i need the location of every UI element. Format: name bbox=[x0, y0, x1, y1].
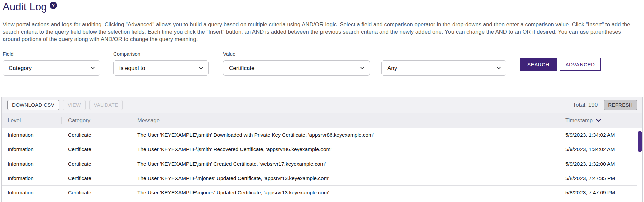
any-select-wrap: Any bbox=[381, 60, 506, 76]
column-separator bbox=[559, 117, 559, 124]
cell-category: Certificate bbox=[61, 132, 132, 138]
column-header-label: Timestamp bbox=[565, 117, 593, 124]
page-title: Audit Log bbox=[3, 1, 47, 13]
cell-message: The User 'KEYEXAMPLE\jsmith' Created Cer… bbox=[132, 161, 559, 167]
cell-timestamp: 5/9/2023, 1:34:02 AM bbox=[559, 146, 637, 153]
value-select[interactable]: Certificate bbox=[223, 60, 370, 76]
total-count: Total: 190 bbox=[573, 102, 598, 108]
column-separator bbox=[637, 117, 637, 124]
cell-level: Information bbox=[2, 132, 61, 138]
column-header-category[interactable]: Category bbox=[61, 113, 132, 128]
cell-category: Certificate bbox=[61, 190, 132, 196]
column-header-label: Message bbox=[137, 117, 160, 124]
any-select[interactable]: Any bbox=[381, 60, 506, 76]
help-icon[interactable]: ? bbox=[50, 2, 57, 9]
column-header-label: Level bbox=[8, 117, 21, 124]
column-header-timestamp[interactable]: Timestamp bbox=[559, 113, 637, 128]
table-row[interactable]: Information Certificate The User 'KEYEXA… bbox=[2, 142, 637, 157]
view-button[interactable]: VIEW bbox=[63, 100, 86, 110]
cell-category: Certificate bbox=[61, 146, 132, 153]
advanced-button[interactable]: ADVANCED bbox=[560, 58, 601, 71]
download-csv-button[interactable]: DOWNLOAD CSV bbox=[7, 100, 59, 110]
field-select[interactable]: Category bbox=[3, 60, 100, 76]
grid-toolbar: DOWNLOAD CSV VIEW VALIDATE Total: 190 RE… bbox=[2, 97, 642, 113]
cell-category: Certificate bbox=[61, 175, 132, 181]
field-group: Field Category bbox=[3, 51, 100, 76]
comparison-label: Comparison bbox=[113, 51, 209, 57]
field-label: Field bbox=[3, 51, 100, 57]
comparison-select[interactable]: is equal to bbox=[113, 60, 209, 76]
table-row[interactable]: Information Certificate The User 'KEYEXA… bbox=[2, 128, 637, 142]
cell-timestamp: 5/8/2023, 7:47:35 PM bbox=[559, 175, 637, 181]
page-description: View portal actions and logs for auditin… bbox=[3, 21, 638, 43]
vertical-scrollbar-track[interactable] bbox=[637, 128, 642, 202]
table-header-row: Level Category Message Timestamp bbox=[2, 113, 642, 128]
cell-message: The User 'KEYEXAMPLE\jsmith' Downloaded … bbox=[132, 132, 559, 138]
field-select-wrap: Category bbox=[3, 60, 100, 76]
value-select-wrap: Certificate bbox=[223, 60, 370, 76]
cell-level: Information bbox=[2, 146, 61, 153]
comparison-group: Comparison is equal to bbox=[113, 51, 209, 76]
cell-message: The User 'KEYEXAMPLE\mjones' Updated Cer… bbox=[132, 190, 559, 196]
search-button[interactable]: SEARCH bbox=[520, 58, 557, 71]
audit-log-page: Audit Log ? View portal actions and logs… bbox=[0, 0, 644, 202]
table-row[interactable]: Information Certificate The User 'KEYEXA… bbox=[2, 157, 637, 171]
form-buttons: SEARCH ADVANCED bbox=[520, 58, 601, 71]
column-separator bbox=[61, 117, 62, 124]
sort-desc-icon bbox=[596, 119, 601, 122]
any-group: Any bbox=[381, 51, 506, 76]
cell-message: The User 'KEYEXAMPLE\jsmith' Recovered C… bbox=[132, 146, 559, 153]
table-row[interactable]: Information Certificate The User 'KEYEXA… bbox=[2, 171, 637, 186]
title-row: Audit Log ? bbox=[3, 1, 644, 13]
value-label: Value bbox=[223, 51, 370, 57]
table-row[interactable]: Information Certificate The User 'KEYEXA… bbox=[2, 186, 637, 200]
cell-level: Information bbox=[2, 190, 61, 196]
cell-timestamp: 5/9/2023, 1:34:02 AM bbox=[559, 132, 637, 138]
header-gutter bbox=[637, 113, 642, 128]
validate-button[interactable]: VALIDATE bbox=[89, 100, 123, 110]
comparison-select-wrap: is equal to bbox=[113, 60, 209, 76]
vertical-scrollbar-thumb[interactable] bbox=[638, 131, 642, 152]
column-header-level[interactable]: Level bbox=[2, 113, 61, 128]
cell-category: Certificate bbox=[61, 161, 132, 167]
column-header-label: Category bbox=[68, 117, 90, 124]
cell-timestamp: 5/8/2023, 7:47:09 PM bbox=[559, 190, 637, 196]
cell-message: The User 'KEYEXAMPLE\mjones' Updated Cer… bbox=[132, 175, 559, 181]
value-group: Value Certificate bbox=[223, 51, 370, 76]
column-separator bbox=[132, 117, 132, 124]
column-header-message[interactable]: Message bbox=[132, 113, 559, 128]
search-form: Field Category Comparison is equal to bbox=[3, 51, 644, 76]
table-body: Information Certificate The User 'KEYEXA… bbox=[2, 128, 642, 200]
audit-log-grid: DOWNLOAD CSV VIEW VALIDATE Total: 190 RE… bbox=[1, 97, 643, 202]
cell-timestamp: 5/9/2023, 1:32:00 AM bbox=[559, 161, 637, 167]
refresh-button[interactable]: REFRESH bbox=[604, 100, 637, 110]
cell-level: Information bbox=[2, 161, 61, 167]
cell-level: Information bbox=[2, 175, 61, 181]
